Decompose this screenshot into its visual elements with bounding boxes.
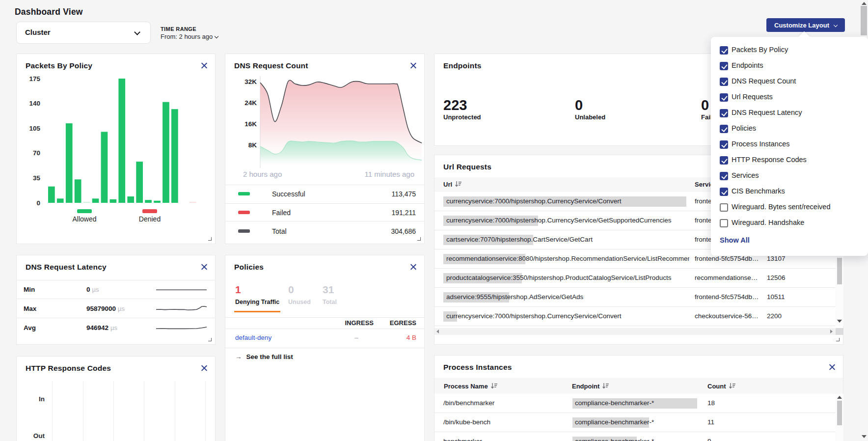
- checkbox-unchecked-icon[interactable]: [720, 203, 728, 212]
- count-cell: 10511: [767, 288, 785, 306]
- show-all-link[interactable]: Show All: [720, 236, 750, 244]
- ingress-column-header: INGRESS: [339, 319, 374, 327]
- scroll-down-icon[interactable]: [837, 320, 842, 323]
- latency-row-avg: Avg946942µs: [17, 318, 215, 337]
- url-cell: recommendationservice:8080/hipstershop.R…: [446, 249, 689, 268]
- process-name-column-header[interactable]: Process Name: [444, 383, 497, 390]
- resize-handle[interactable]: [208, 338, 212, 341]
- scrollbar-thumb[interactable]: [837, 401, 842, 425]
- menu-item-label: HTTP Response Codes: [732, 156, 807, 164]
- denied-legend-swatch: [142, 209, 157, 213]
- view-selector[interactable]: Cluster: [16, 22, 151, 44]
- url-column-header[interactable]: Url: [443, 181, 461, 188]
- card-title: Process Instances: [443, 363, 512, 372]
- resize-handle[interactable]: [208, 237, 212, 241]
- latency-stat-value: 946942µs: [86, 318, 117, 337]
- svg-text:0: 0: [36, 199, 40, 207]
- close-icon[interactable]: [409, 263, 417, 271]
- menu-item-dns-request-latency[interactable]: DNS Request Latency: [711, 106, 868, 121]
- menu-item-wireguard-handshake[interactable]: Wireguard. Handshake: [711, 216, 868, 231]
- latency-value-number: 946942: [86, 324, 108, 331]
- gridline: [144, 381, 144, 441]
- latency-sparkline: [156, 324, 207, 332]
- count-cell: 9: [707, 432, 711, 441]
- endpoint-column-header[interactable]: Endpoint: [572, 383, 609, 390]
- latency-value-number: 95879000: [86, 305, 116, 312]
- menu-item-url-requests[interactable]: Url Requests: [711, 90, 868, 106]
- http-response-codes-card: HTTP Response Codes In Out: [16, 356, 216, 441]
- resize-handle[interactable]: [836, 338, 840, 341]
- process-table-row[interactable]: /bin/kube-benchcompliance-benchmarker-*1…: [434, 413, 843, 432]
- menu-item-policies[interactable]: Policies: [711, 121, 868, 137]
- menu-item-wireguard-bytes-sent-received[interactable]: Wireguard. Bytes sent/received: [711, 200, 868, 216]
- checkbox-checked-icon[interactable]: [720, 156, 728, 165]
- process-name-cell: /bin/kube-bench: [443, 413, 490, 432]
- latency-stat-value: 95879000µs: [86, 299, 125, 318]
- menu-item-packets-by-policy[interactable]: Packets By Policy: [711, 43, 868, 58]
- menu-item-dns-request-count[interactable]: DNS Request Count: [711, 74, 868, 90]
- scroll-up-icon[interactable]: [837, 396, 842, 399]
- checkbox-checked-icon[interactable]: [720, 188, 728, 196]
- close-icon[interactable]: [200, 364, 208, 372]
- close-icon[interactable]: [828, 363, 836, 371]
- scroll-left-icon[interactable]: [436, 330, 439, 333]
- scroll-down-icon[interactable]: [862, 435, 867, 438]
- scroll-right-icon[interactable]: [830, 330, 833, 333]
- checkbox-checked-icon[interactable]: [720, 62, 728, 70]
- customize-layout-button[interactable]: Customize Layout: [766, 18, 845, 32]
- menu-item-endpoints[interactable]: Endpoints: [711, 58, 868, 74]
- menu-item-http-response-codes[interactable]: HTTP Response Codes: [711, 153, 868, 168]
- successful-legend-label: Successful: [272, 190, 305, 198]
- time-range-value[interactable]: From: 2 hours ago: [161, 33, 218, 40]
- checkbox-checked-icon[interactable]: [720, 109, 728, 117]
- process-table-row[interactable]: benchmarkercompliance-benchmarker-*9: [434, 432, 843, 441]
- resize-handle[interactable]: [417, 237, 421, 241]
- checkbox-checked-icon[interactable]: [720, 140, 728, 149]
- see-full-list-link[interactable]: →See the full list: [235, 353, 293, 360]
- menu-item-cis-benchmarks[interactable]: CIS Benchmarks: [711, 184, 868, 200]
- svg-text:35: 35: [33, 174, 41, 182]
- menu-item-label: DNS Request Latency: [732, 109, 802, 116]
- latency-value-number: 0: [86, 286, 90, 293]
- close-icon[interactable]: [200, 263, 208, 271]
- tab-unused[interactable]: 0 Unused: [288, 284, 311, 305]
- gridline: [113, 381, 114, 441]
- menu-item-process-instances[interactable]: Process Instances: [711, 137, 868, 153]
- checkbox-unchecked-icon[interactable]: [720, 219, 728, 227]
- endpoint-cell: compliance-benchmarker-*: [575, 432, 654, 441]
- checkbox-checked-icon[interactable]: [720, 172, 728, 180]
- url-table-row[interactable]: productcatalogservice:3550/hipstershop.P…: [434, 269, 843, 288]
- process-name-cell: benchmarker: [443, 432, 482, 441]
- latency-stat-label: Avg: [24, 318, 36, 337]
- gridline: [52, 381, 53, 441]
- url-cell: cartservice:7070/hipstershop.CartService…: [446, 230, 689, 249]
- unprotected-stat-value: 223: [443, 97, 467, 113]
- url-table-row[interactable]: currencyservice:7000/hipstershop.Currenc…: [434, 307, 843, 326]
- scrollbar-thumb[interactable]: [837, 258, 842, 284]
- checkbox-checked-icon[interactable]: [720, 125, 728, 133]
- failed-legend-swatch: [238, 211, 250, 214]
- menu-item-label: Wireguard. Bytes sent/received: [732, 203, 830, 211]
- time-range-label: TIME RANGE: [161, 26, 196, 32]
- scroll-up-icon[interactable]: [862, 2, 867, 5]
- policy-egress-value: 4 B: [382, 329, 416, 347]
- checkbox-checked-icon[interactable]: [720, 93, 728, 102]
- sort-icon: [729, 383, 735, 389]
- url-table-row[interactable]: adservice:9555/hipstershop.AdService/Get…: [434, 288, 843, 307]
- menu-item-label: Policies: [732, 124, 756, 132]
- card-title: Endpoints: [443, 61, 482, 70]
- url-cell: currencyservice:7000/hipstershop.Currenc…: [446, 211, 689, 230]
- dns-request-latency-card: DNS Request Latency Min0µsMax95879000µsA…: [16, 255, 216, 345]
- menu-item-services[interactable]: Services: [711, 168, 868, 184]
- tab-denying-traffic[interactable]: 1 Denying Traffic: [235, 284, 279, 305]
- policy-link-default-deny[interactable]: default-deny: [235, 329, 271, 347]
- scrollbar-thumb[interactable]: [861, 6, 867, 35]
- tab-total[interactable]: 31 Total: [323, 284, 337, 305]
- checkbox-checked-icon[interactable]: [720, 46, 728, 55]
- url-table-horizontal-scrollbar[interactable]: [434, 328, 836, 335]
- process-table-vertical-scrollbar[interactable]: [836, 394, 843, 441]
- count-column-header[interactable]: Count: [707, 383, 735, 390]
- checkbox-checked-icon[interactable]: [720, 78, 728, 86]
- process-table-row[interactable]: /bin/benchmarkercompliance-benchmarker-*…: [434, 394, 843, 413]
- process-name-cell: /bin/benchmarker: [443, 394, 494, 413]
